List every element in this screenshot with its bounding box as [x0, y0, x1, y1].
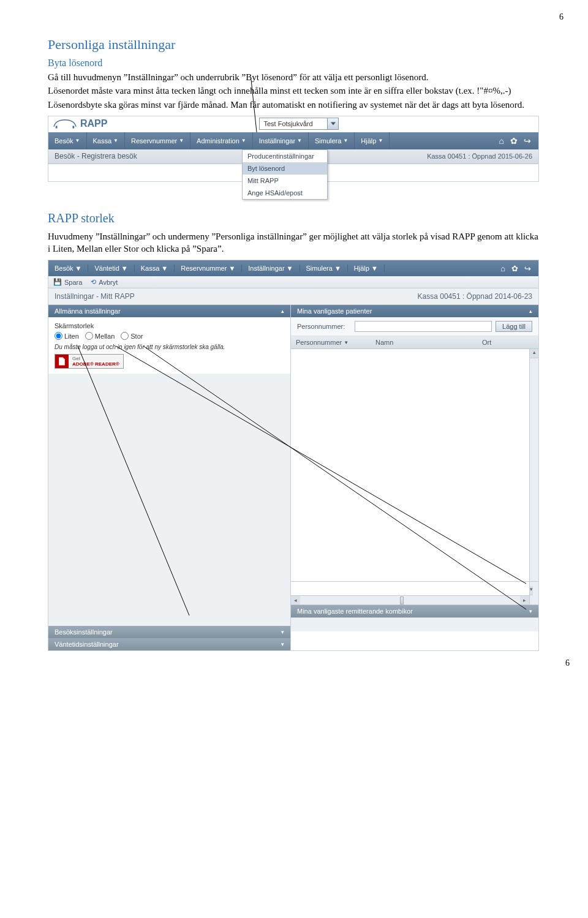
save-button[interactable]: 💾 Spara	[53, 278, 82, 286]
home-icon[interactable]: ⌂	[500, 264, 505, 273]
menu-kassa[interactable]: Kassa▼	[135, 265, 175, 272]
menu-hjalp[interactable]: Hjälp▼	[355, 132, 390, 149]
dropdown-installningar: Producentinställningar Byt lösenord Mitt…	[242, 149, 328, 200]
scroll-up-icon[interactable]: ▴	[530, 349, 538, 358]
scroll-left-icon[interactable]: ◂	[291, 596, 300, 604]
table-header: Personnummer ▼ Namn Ort	[291, 336, 538, 349]
dropdown-item-mitt-rapp[interactable]: Mitt RAPP	[243, 175, 327, 187]
svg-rect-1	[56, 126, 58, 128]
paragraph: Gå till huvudmenyn ”Inställningar” och u…	[48, 71, 540, 83]
gear-icon[interactable]: ✿	[510, 136, 518, 146]
main-menu: Besök▼ Kassa▼ Reservnummer▼ Administrati…	[48, 132, 538, 149]
unit-select[interactable]: Test Fotsjukvård	[259, 118, 339, 130]
panel-allmanna[interactable]: Allmänna inställningar▴	[48, 305, 290, 317]
col-namn[interactable]: Namn	[371, 336, 477, 348]
scroll-down-icon[interactable]: ▾	[530, 586, 533, 595]
scroll-right-icon[interactable]: ▸	[520, 596, 529, 604]
cancel-icon: ⟲	[91, 278, 96, 286]
home-icon[interactable]: ⌂	[499, 136, 504, 146]
logo-text: RAPP	[80, 118, 107, 129]
svg-rect-2	[72, 126, 74, 128]
panel-patienter[interactable]: Mina vanligaste patienter▴	[291, 305, 538, 317]
menu-simulera[interactable]: Simulera▼	[300, 265, 348, 272]
screenshot-rapp-settings: Besök▼ Väntetid▼ Kassa▼ Reservnummer▼ In…	[48, 260, 539, 651]
menu-hjalp[interactable]: Hjälp▼	[348, 265, 385, 272]
section-subheading: Byta lösenord	[48, 58, 540, 69]
collapse-icon: ▴	[281, 308, 284, 314]
dropdown-item-byt-losenord[interactable]: Byt lösenord	[243, 162, 327, 175]
breadcrumb: Besök - Registrera besök	[55, 152, 137, 160]
menu-vantetid[interactable]: Väntetid▼	[88, 265, 134, 272]
expand-icon: ▾	[281, 641, 284, 647]
rapp-logo: RAPP	[52, 118, 107, 129]
dropdown-item-ange-hsaid[interactable]: Ange HSAid/epost	[243, 187, 327, 199]
panel-remitterande[interactable]: Mina vanligaste remitterande kombikor▾	[291, 605, 538, 617]
scrollbar-vertical[interactable]: ▴	[529, 349, 538, 581]
col-personnummer[interactable]: Personnummer ▼	[291, 336, 371, 348]
chevron-down-icon: ▼	[297, 138, 302, 143]
scrollbar-thumb[interactable]	[400, 596, 404, 604]
section-heading-storlek: RAPP storlek	[48, 211, 540, 225]
chevron-down-icon: ▼	[378, 138, 383, 143]
dropdown-item-producent[interactable]: Producentinställningar	[243, 150, 327, 162]
page-number-bottom: 6	[565, 658, 570, 668]
pnr-label: Personnummer:	[297, 323, 351, 330]
dropdown-arrow-icon[interactable]	[327, 118, 338, 129]
menu-besok[interactable]: Besök▼	[48, 132, 87, 149]
col-ort[interactable]: Ort	[477, 336, 538, 348]
expand-icon: ▾	[529, 608, 532, 614]
panel-besoksinstallningar[interactable]: Besöksinställningar▾	[48, 626, 290, 638]
page-title: Inställningar - Mitt RAPP	[55, 292, 135, 301]
radio-mellan[interactable]: Mellan	[85, 332, 115, 340]
logout-icon[interactable]: ↪	[524, 264, 531, 273]
paragraph: Huvudmeny ”Inställningar” och undermeny …	[48, 230, 540, 255]
adobe-reader-badge[interactable]: GetADOBE® READER®	[55, 354, 124, 369]
patient-list-empty: ▴	[291, 349, 538, 582]
expand-icon: ▾	[281, 629, 284, 635]
menu-installningar[interactable]: Inställningar▼	[253, 132, 309, 149]
body-paragraphs: Gå till huvudmenyn ”Inställningar” och u…	[48, 71, 540, 111]
toolbar: 💾 Spara ⟲ Avbryt	[48, 276, 538, 288]
panel-vantetidsinstallningar[interactable]: Väntetidsinställningar▾	[48, 638, 290, 650]
kassa-status: Kassa 00451 : Öppnad 2015-06-26	[427, 152, 532, 160]
body-paragraphs: Huvudmeny ”Inställningar” och undermeny …	[48, 230, 540, 255]
kassa-status: Kassa 00451 : Öppnad 2014-06-23	[418, 292, 532, 301]
pnr-input[interactable]	[355, 321, 492, 332]
gear-icon[interactable]: ✿	[511, 264, 518, 273]
paragraph: Lösenordsbyte ska göras minst var fjärde…	[48, 99, 540, 111]
logout-icon[interactable]: ↪	[524, 136, 531, 146]
adobe-icon	[55, 355, 69, 368]
main-menu: Besök▼ Väntetid▼ Kassa▼ Reservnummer▼ In…	[48, 260, 538, 276]
menu-installningar[interactable]: Inställningar▼	[242, 265, 300, 272]
chevron-down-icon: ▼	[113, 138, 118, 143]
settings-title-bar: Inställningar - Mitt RAPP Kassa 00451 : …	[48, 288, 538, 305]
menu-besok[interactable]: Besök▼	[48, 265, 88, 272]
save-icon: 💾	[53, 278, 62, 286]
chevron-down-icon: ▼	[241, 138, 246, 143]
chevron-down-icon: ▼	[179, 138, 184, 143]
size-note: Du måste logga ut och in igen för att ny…	[55, 344, 284, 350]
menu-reservnummer[interactable]: Reservnummer▼	[175, 265, 242, 272]
menu-simulera[interactable]: Simulera▼	[309, 132, 355, 149]
collapse-icon: ▴	[529, 308, 532, 314]
radio-stor[interactable]: Stor	[121, 332, 143, 340]
paragraph: Lösenordet måste vara minst åtta tecken …	[48, 85, 540, 97]
menu-reservnummer[interactable]: Reservnummer▼	[125, 132, 190, 149]
page-number-top: 6	[559, 12, 564, 22]
section-heading: Personliga inställningar	[48, 37, 540, 53]
size-radio-group: Liten Mellan Stor	[55, 332, 284, 340]
chevron-down-icon: ▼	[343, 138, 348, 143]
chevron-down-icon: ▼	[75, 138, 80, 143]
size-label: Skärmstorlek	[55, 322, 284, 329]
add-button[interactable]: Lägg till	[496, 321, 532, 332]
unit-select-value: Test Fotsjukvård	[260, 120, 327, 127]
menu-administration[interactable]: Administration▼	[190, 132, 253, 149]
cancel-button[interactable]: ⟲ Avbryt	[91, 278, 118, 286]
screenshot-rapp-menu: RAPP Test Fotsjukvård Besök▼ Kassa▼ Rese…	[48, 116, 539, 182]
scrollbar-horizontal[interactable]: ◂ ▸	[291, 595, 529, 604]
radio-liten[interactable]: Liten	[55, 332, 79, 340]
scrollbar-vertical[interactable]: ▾	[529, 582, 538, 604]
menu-kassa[interactable]: Kassa▼	[87, 132, 126, 149]
